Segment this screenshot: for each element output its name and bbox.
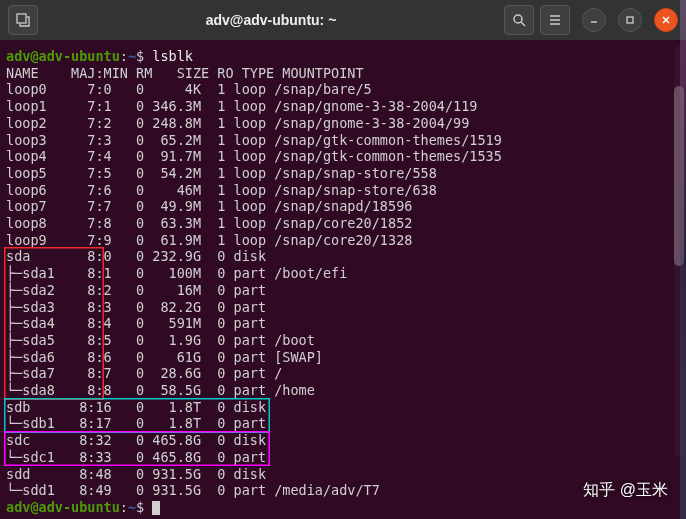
cursor xyxy=(152,501,160,515)
close-icon xyxy=(661,15,671,25)
maximize-button[interactable] xyxy=(618,8,642,32)
menu-button[interactable] xyxy=(540,5,570,35)
window-title: adv@adv-ubuntu: ~ xyxy=(44,12,498,28)
svg-point-1 xyxy=(514,15,522,23)
svg-rect-0 xyxy=(17,14,26,23)
search-button[interactable] xyxy=(504,5,534,35)
new-tab-icon xyxy=(16,13,30,27)
hamburger-icon xyxy=(548,13,562,27)
svg-line-2 xyxy=(521,22,525,26)
terminal-output[interactable]: adv@adv-ubuntu:~$ lsblk NAME MAJ:MIN RM … xyxy=(0,40,686,519)
search-icon xyxy=(512,13,526,27)
new-tab-button[interactable] xyxy=(8,5,38,35)
svg-rect-7 xyxy=(627,17,633,23)
minimize-button[interactable] xyxy=(582,8,606,32)
decorative-strip xyxy=(680,0,686,519)
maximize-icon xyxy=(625,15,635,25)
close-button[interactable] xyxy=(654,8,678,32)
watermark: 知乎 @玉米 xyxy=(583,480,668,501)
titlebar: adv@adv-ubuntu: ~ xyxy=(0,0,686,40)
minimize-icon xyxy=(589,15,599,25)
